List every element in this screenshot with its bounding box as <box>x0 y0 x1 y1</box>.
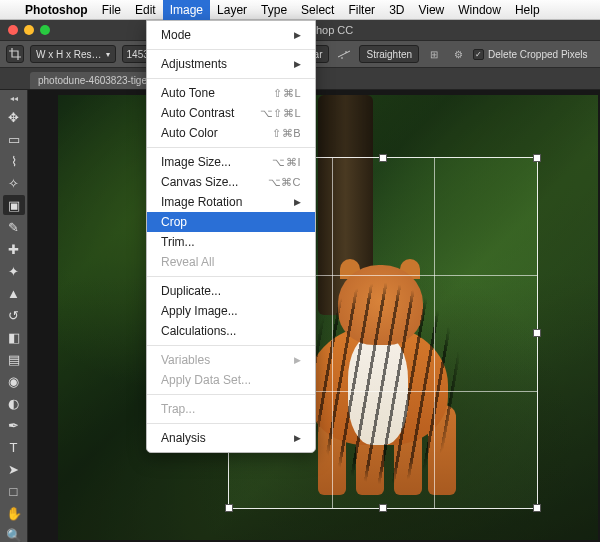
menu-item-apply-image[interactable]: Apply Image... <box>147 301 315 321</box>
menu-item-trap: Trap... <box>147 399 315 419</box>
app-menu[interactable]: Photoshop <box>18 0 95 20</box>
menu-help[interactable]: Help <box>508 0 547 20</box>
menu-item-apply-data-set: Apply Data Set... <box>147 370 315 390</box>
brush-tool[interactable]: ✦ <box>3 261 25 281</box>
tools-panel: ◂◂ ✥▭⌇✧▣✎✚✦▲↺◧▤◉◐✒T➤□✋🔍 <box>0 90 28 542</box>
menu-item-label: Calculations... <box>161 323 236 339</box>
menu-window[interactable]: Window <box>451 0 508 20</box>
menu-item-shortcut: ⌥⌘C <box>268 174 301 190</box>
straighten-label: Straighten <box>366 49 412 60</box>
menu-item-adjustments[interactable]: Adjustments▶ <box>147 54 315 74</box>
submenu-arrow-icon: ▶ <box>294 27 301 43</box>
menu-item-label: Image Rotation <box>161 194 242 210</box>
submenu-arrow-icon: ▶ <box>294 352 301 368</box>
mac-menubar: PhotoshopFileEditImageLayerTypeSelectFil… <box>0 0 600 20</box>
image-menu-dropdown: Mode▶Adjustments▶Auto Tone⇧⌘LAuto Contra… <box>146 20 316 453</box>
menu-separator <box>147 394 315 395</box>
crop-handle-top[interactable] <box>379 154 387 162</box>
menu-item-auto-color[interactable]: Auto Color⇧⌘B <box>147 123 315 143</box>
eraser-tool[interactable]: ◧ <box>3 327 25 347</box>
crop-tool[interactable]: ▣ <box>3 195 25 215</box>
menu-item-duplicate[interactable]: Duplicate... <box>147 281 315 301</box>
clone-stamp-tool[interactable]: ▲ <box>3 283 25 303</box>
crop-handle-bottom-left[interactable] <box>225 504 233 512</box>
path-selection-tool[interactable]: ➤ <box>3 459 25 479</box>
menu-item-crop[interactable]: Crop <box>147 212 315 232</box>
healing-brush-tool[interactable]: ✚ <box>3 239 25 259</box>
window-zoom-button[interactable] <box>40 25 50 35</box>
menu-select[interactable]: Select <box>294 0 341 20</box>
crop-tool-preset-icon[interactable] <box>6 45 24 63</box>
menu-separator <box>147 345 315 346</box>
overlay-options-icon[interactable]: ⊞ <box>425 45 443 63</box>
menu-item-analysis[interactable]: Analysis▶ <box>147 428 315 448</box>
menu-item-label: Crop <box>161 214 187 230</box>
crop-handle-bottom-right[interactable] <box>533 504 541 512</box>
menu-item-label: Apply Image... <box>161 303 238 319</box>
menu-image[interactable]: Image <box>163 0 210 20</box>
straighten-icon[interactable] <box>335 45 353 63</box>
menu-layer[interactable]: Layer <box>210 0 254 20</box>
chevron-down-icon: ▾ <box>106 50 110 59</box>
delete-cropped-checkbox[interactable]: ✓ Delete Cropped Pixels <box>473 49 588 60</box>
window-minimize-button[interactable] <box>24 25 34 35</box>
menu-item-shortcut: ⇧⌘L <box>273 85 301 101</box>
menu-item-label: Analysis <box>161 430 206 446</box>
history-brush-tool[interactable]: ↺ <box>3 305 25 325</box>
pen-tool[interactable]: ✒ <box>3 415 25 435</box>
menu-type[interactable]: Type <box>254 0 294 20</box>
menu-item-image-size[interactable]: Image Size...⌥⌘I <box>147 152 315 172</box>
document-canvas[interactable] <box>58 95 598 540</box>
menu-separator <box>147 147 315 148</box>
rectangle-tool[interactable]: □ <box>3 481 25 501</box>
menu-file[interactable]: File <box>95 0 128 20</box>
menu-item-mode[interactable]: Mode▶ <box>147 25 315 45</box>
menu-separator <box>147 78 315 79</box>
crop-handle-top-right[interactable] <box>533 154 541 162</box>
aspect-ratio-dropdown[interactable]: W x H x Res… ▾ <box>30 45 116 63</box>
menu-item-calculations[interactable]: Calculations... <box>147 321 315 341</box>
menu-item-shortcut: ⌥⇧⌘L <box>260 105 301 121</box>
menu-separator <box>147 423 315 424</box>
eyedropper-tool[interactable]: ✎ <box>3 217 25 237</box>
menu-item-label: Adjustments <box>161 56 227 72</box>
straighten-button[interactable]: Straighten <box>359 45 419 63</box>
crop-handle-right[interactable] <box>533 329 541 337</box>
blur-tool[interactable]: ◉ <box>3 371 25 391</box>
move-tool[interactable]: ✥ <box>3 107 25 127</box>
submenu-arrow-icon: ▶ <box>294 56 301 72</box>
crop-gridline <box>434 158 435 508</box>
window-close-button[interactable] <box>8 25 18 35</box>
menu-item-auto-contrast[interactable]: Auto Contrast⌥⇧⌘L <box>147 103 315 123</box>
menu-item-label: Mode <box>161 27 191 43</box>
crop-handle-bottom[interactable] <box>379 504 387 512</box>
menu-item-image-rotation[interactable]: Image Rotation▶ <box>147 192 315 212</box>
menu-item-trim[interactable]: Trim... <box>147 232 315 252</box>
menu-item-reveal-all: Reveal All <box>147 252 315 272</box>
menu-item-canvas-size[interactable]: Canvas Size...⌥⌘C <box>147 172 315 192</box>
menu-item-label: Variables <box>161 352 210 368</box>
menu-item-label: Duplicate... <box>161 283 221 299</box>
hand-tool[interactable]: ✋ <box>3 503 25 523</box>
menu-3d[interactable]: 3D <box>382 0 411 20</box>
menu-item-label: Auto Color <box>161 125 218 141</box>
crop-options-icon[interactable]: ⚙ <box>449 45 467 63</box>
submenu-arrow-icon: ▶ <box>294 430 301 446</box>
menu-item-label: Auto Tone <box>161 85 215 101</box>
magic-wand-tool[interactable]: ✧ <box>3 173 25 193</box>
toolbox-collapse-icon[interactable]: ◂◂ <box>10 94 18 103</box>
submenu-arrow-icon: ▶ <box>294 194 301 210</box>
menu-separator <box>147 276 315 277</box>
zoom-tool[interactable]: 🔍 <box>3 525 25 542</box>
menu-item-label: Canvas Size... <box>161 174 238 190</box>
type-tool[interactable]: T <box>3 437 25 457</box>
lasso-tool[interactable]: ⌇ <box>3 151 25 171</box>
dodge-tool[interactable]: ◐ <box>3 393 25 413</box>
marquee-tool[interactable]: ▭ <box>3 129 25 149</box>
menu-item-auto-tone[interactable]: Auto Tone⇧⌘L <box>147 83 315 103</box>
menu-filter[interactable]: Filter <box>341 0 382 20</box>
menu-view[interactable]: View <box>411 0 451 20</box>
gradient-tool[interactable]: ▤ <box>3 349 25 369</box>
menu-item-shortcut: ⌥⌘I <box>272 154 301 170</box>
menu-edit[interactable]: Edit <box>128 0 163 20</box>
